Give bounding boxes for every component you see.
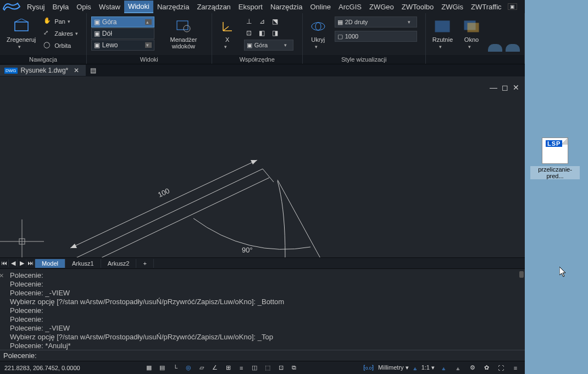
cmd-line: Polecenie: _-VIEW — [10, 324, 522, 333]
menu-zwtoolbo[interactable]: ZWToolbo — [398, 1, 438, 13]
anno2-icon[interactable]: ⟁ — [453, 363, 463, 373]
ucs-icon-6[interactable]: ◨ — [270, 28, 280, 38]
polar-icon[interactable]: ◎ — [184, 363, 193, 373]
menu-zwgeo[interactable]: ZWGeo — [365, 1, 398, 13]
drawing-canvas[interactable]: 100 90° Y X — ◻ ✕ — [0, 76, 525, 257]
cube-left-icon: ▣ — [94, 41, 100, 49]
ucs-icon-4[interactable]: ⊡ — [244, 28, 254, 38]
command-prompt: Polecenie: — [3, 351, 37, 360]
cube-top-icon: ▣ — [94, 18, 100, 26]
hide-button[interactable]: Ukryj ▾ — [307, 16, 329, 51]
menu-narzedzia[interactable]: Narzędzia — [153, 1, 193, 13]
value-combo[interactable]: ▢1000 — [335, 31, 417, 42]
menu-widoki[interactable]: Widoki — [124, 1, 153, 13]
menu-rysuj[interactable]: Rysuj — [23, 1, 49, 13]
fullscreen-icon[interactable]: ⛶ — [496, 363, 506, 373]
snap-icon[interactable]: ▤ — [157, 363, 167, 373]
menu-bryla[interactable]: Bryła — [49, 1, 73, 13]
view-bottom[interactable]: ▣Dół — [91, 28, 154, 39]
extents-icon: ⤢ — [43, 29, 52, 38]
hide-icon — [309, 18, 327, 35]
view-left[interactable]: ▣Lewo▾ — [91, 40, 154, 51]
viewport-icon — [434, 18, 451, 35]
close-tab-icon[interactable]: ✕ — [71, 67, 81, 74]
visual-style-combo[interactable]: ▦2D druty▾ — [335, 16, 417, 28]
close-icon[interactable]: ✕ — [513, 83, 519, 92]
tab-arkusz2[interactable]: Arkusz2 — [101, 259, 137, 268]
tab-model[interactable]: Model — [35, 259, 65, 268]
ws-icon[interactable]: ⚙ — [468, 363, 478, 373]
command-input[interactable] — [39, 351, 522, 360]
minimize-icon[interactable]: — — [490, 83, 497, 92]
desktop-file-icon[interactable]: LSP przeliczanie-pred... — [530, 138, 580, 179]
view-top[interactable]: ▣Góra▴ — [91, 16, 154, 28]
cube-icon: ▣ — [247, 42, 252, 49]
ucs-icon-3[interactable]: ⬔ — [270, 16, 280, 26]
ucs-icon-1[interactable]: ⊥ — [244, 16, 254, 26]
grid-icon[interactable]: ▦ — [144, 363, 154, 373]
ucs-icon-5[interactable]: ◧ — [257, 28, 267, 38]
menu-opis[interactable]: Opis — [73, 1, 95, 13]
regenerate-button[interactable]: Zregeneruj ▾ — [4, 16, 38, 51]
tab-nav-first-icon[interactable]: ⏮ — [0, 260, 9, 267]
tab-add[interactable]: + — [136, 259, 153, 268]
menu-online[interactable]: Online — [306, 1, 335, 13]
menu-overflow-icon[interactable]: ▣ — [508, 3, 517, 10]
menu-arcgis[interactable]: ArcGIS — [335, 1, 365, 13]
window-button[interactable]: Okno ▾ — [461, 16, 482, 51]
qprop-icon[interactable]: ⧉ — [289, 363, 299, 373]
pan-button[interactable]: ✋Pan▾ — [43, 16, 82, 26]
scale-icon[interactable]: ⟁ — [413, 365, 417, 371]
svg-rect-0 — [15, 22, 28, 31]
svg-rect-5 — [435, 21, 450, 32]
lwt-icon[interactable]: ≡ — [236, 363, 246, 373]
wireframe-icon: ▦ — [337, 19, 343, 26]
chevron-down-icon: ▾ — [18, 44, 25, 50]
cycle-icon[interactable]: ⬚ — [263, 363, 273, 373]
circle-btn-2[interactable] — [506, 44, 520, 52]
tab-nav-next-icon[interactable]: ▶ — [18, 260, 26, 267]
svg-point-4 — [315, 23, 321, 30]
gear-icon[interactable]: ✿ — [482, 363, 492, 373]
dynamic-icon[interactable]: ⊞ — [223, 363, 233, 373]
maximize-icon[interactable]: ◻ — [502, 83, 508, 92]
transp-icon[interactable]: ◫ — [249, 363, 259, 373]
menu-eksport[interactable]: Eksport — [235, 1, 267, 13]
dwg-icon: DWG — [4, 68, 18, 74]
menu-zarzadzan[interactable]: Zarządzan — [193, 1, 234, 13]
osnap-icon[interactable]: ▱ — [197, 363, 207, 373]
anno-icon[interactable]: ⟁ — [439, 363, 449, 373]
sc-icon[interactable]: ⊡ — [276, 363, 286, 373]
otrack-icon[interactable]: ∠ — [210, 363, 220, 373]
new-tab-button[interactable]: ▤ — [86, 67, 101, 74]
pan-icon: ✋ — [43, 17, 52, 26]
menu-narzedzia2[interactable]: Narzędzia — [267, 1, 307, 13]
regenerate-icon — [13, 18, 30, 35]
menu-wstaw[interactable]: Wstaw — [95, 1, 124, 13]
extents-button[interactable]: ⤢Zakres▾ — [43, 29, 82, 38]
menu-zwtraffic[interactable]: ZWTraffic — [467, 1, 506, 13]
svg-point-3 — [312, 23, 325, 30]
ortho-icon[interactable]: └ — [170, 363, 180, 373]
ribbon-panel-wspolrzedne: X ▾ ⊥ ⊿ ⬔ ⊡ ◧ ◨ ▣Góra▾ W — [212, 13, 303, 64]
cmdlog-close-icon[interactable]: ✕ — [0, 271, 4, 280]
ucs-x-button[interactable]: X ▾ — [217, 16, 238, 51]
tab-nav-prev-icon[interactable]: ◀ — [9, 260, 18, 267]
tab-arkusz1[interactable]: Arkusz1 — [65, 259, 101, 268]
orbit-button[interactable]: ◯Orbita — [43, 41, 82, 51]
file-tab[interactable]: DWG Rysunek 1.dwg* ✕ — [0, 65, 86, 76]
lsp-file-icon: LSP — [542, 138, 568, 164]
view-manager-button[interactable]: Menadżer widoków — [160, 16, 207, 51]
menu-zwgis[interactable]: ZWGis — [437, 1, 467, 13]
units-label[interactable]: Millimetry ▾ — [378, 364, 409, 371]
window-icon — [463, 18, 480, 35]
scale-label[interactable]: 1:1 ▾ — [421, 364, 435, 371]
tab-nav-last-icon[interactable]: ⏭ — [26, 260, 35, 267]
scrollbar-thumb[interactable] — [519, 271, 524, 278]
menu-icon[interactable]: ≡ — [511, 363, 520, 373]
viewport-button[interactable]: Rzutnie ▾ — [430, 16, 455, 51]
units-toggle[interactable]: ⁅0.0⁆ — [363, 364, 374, 371]
circle-btn-1[interactable] — [488, 44, 502, 52]
ucs-icon-2[interactable]: ⊿ — [257, 16, 267, 26]
ucs-combo[interactable]: ▣Góra▾ — [244, 40, 293, 51]
